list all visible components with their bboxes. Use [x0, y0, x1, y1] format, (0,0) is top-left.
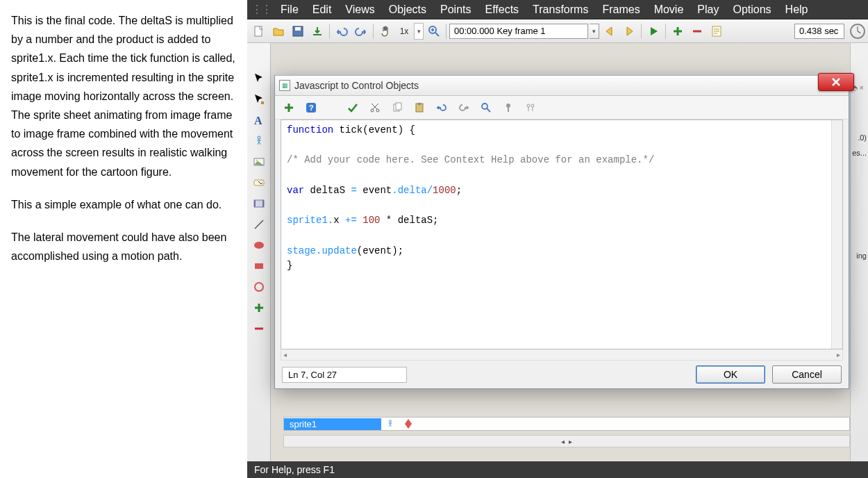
check-icon[interactable] — [346, 101, 360, 115]
cancel-button[interactable]: Cancel — [772, 365, 842, 384]
zoom-dropdown[interactable]: ▾ — [414, 23, 424, 40]
rect-tool-icon[interactable] — [251, 258, 267, 274]
undo-icon[interactable] — [333, 22, 351, 40]
menu-movie[interactable]: Movie — [647, 2, 691, 17]
frame-dropdown[interactable]: ▾ — [590, 24, 599, 39]
horizontal-scrollbar[interactable]: ◂▸ — [281, 349, 843, 361]
svg-point-29 — [531, 104, 534, 107]
code-editor[interactable]: function tick(event) { /* Add your code … — [281, 120, 843, 349]
menu-frames[interactable]: Frames — [595, 2, 646, 17]
separator — [373, 24, 374, 39]
svg-point-28 — [527, 104, 530, 107]
ellipse-tool-icon[interactable] — [251, 238, 267, 253]
status-bar: For Help, press F1 — [247, 461, 868, 478]
svg-rect-15 — [255, 263, 263, 269]
menu-bar: ⋮⋮ File Edit Views Objects Points Effect… — [247, 0, 868, 19]
menu-objects[interactable]: Objects — [382, 2, 433, 17]
svg-rect-11 — [254, 200, 264, 207]
copy-icon[interactable] — [390, 101, 404, 115]
dialog-title: Javascript to Control Objects — [294, 80, 419, 91]
svg-rect-23 — [396, 103, 401, 110]
help-icon[interactable]: ? — [304, 101, 318, 115]
circle-tool-icon[interactable] — [251, 279, 267, 295]
figure-tool-icon[interactable] — [251, 133, 267, 149]
goto-icon[interactable] — [524, 101, 537, 115]
separator — [665, 24, 666, 39]
dialog-titlebar[interactable]: ▦ Javascript to Control Objects — [275, 75, 849, 96]
prev-frame-icon[interactable] — [601, 22, 619, 40]
article-paragraph: This is the final code. The deltaS is mu… — [11, 11, 240, 181]
menu-options[interactable]: Options — [726, 2, 778, 17]
svg-point-20 — [371, 109, 374, 112]
add-tool-icon[interactable] — [251, 300, 267, 315]
redo-icon[interactable] — [352, 22, 370, 40]
timeline-row[interactable]: sprite1 — [283, 417, 850, 431]
zoom-in-icon[interactable] — [425, 22, 443, 40]
article-paragraph: This a simple example of what one can do… — [11, 195, 240, 214]
close-button[interactable] — [818, 73, 854, 91]
timeline-label[interactable]: sprite1 — [284, 418, 381, 430]
dialog-toolbar: ? — [275, 96, 849, 120]
figure-icon — [385, 419, 395, 429]
add-frame-icon[interactable] — [669, 22, 687, 40]
hand-tool-icon[interactable] — [376, 22, 394, 40]
vertical-scrollbar[interactable] — [831, 120, 842, 349]
ok-button[interactable]: OK — [696, 365, 765, 384]
clock-icon[interactable] — [850, 24, 865, 39]
svg-point-14 — [254, 242, 264, 249]
menu-transforms[interactable]: Transforms — [526, 2, 595, 17]
svg-rect-2 — [295, 27, 301, 31]
paste-icon[interactable] — [412, 101, 426, 115]
time-frame-field[interactable]: 00:00.000 Key frame 1 — [449, 24, 588, 39]
menu-play[interactable]: Play — [690, 2, 726, 17]
main-toolbar: 1x ▾ 00:00.000 Key frame 1 ▾ 0.438 sec — [247, 19, 868, 43]
javascript-dialog: ▦ Javascript to Control Objects ? functi… — [274, 75, 849, 389]
svg-point-21 — [376, 109, 379, 112]
notepad-icon[interactable] — [708, 22, 726, 40]
keyframe-marker-icon[interactable] — [405, 419, 412, 429]
menu-help[interactable]: Help — [778, 2, 815, 17]
select-point-tool-icon[interactable] — [251, 92, 267, 107]
open-file-icon[interactable] — [269, 22, 287, 40]
duration-field[interactable]: 0.438 sec — [794, 24, 844, 39]
new-file-icon[interactable] — [250, 22, 268, 40]
menu-views[interactable]: Views — [338, 2, 381, 17]
redo-icon[interactable] — [457, 101, 471, 115]
svg-rect-0 — [255, 26, 262, 36]
separator — [329, 24, 330, 39]
svg-rect-13 — [262, 200, 264, 207]
remove-frame-icon[interactable] — [688, 22, 706, 40]
image-tool-icon[interactable] — [251, 154, 267, 170]
svg-text:?: ? — [309, 104, 314, 112]
timeline-scrollbar[interactable]: ◂ ▸ — [283, 435, 850, 447]
menu-effects[interactable]: Effects — [478, 2, 526, 17]
play-icon[interactable] — [644, 22, 662, 40]
find-icon[interactable] — [479, 101, 493, 115]
bookmark-icon[interactable] — [501, 101, 515, 115]
article-paragraph: The lateral movement could have also bee… — [11, 228, 240, 265]
separator — [446, 24, 446, 39]
arrow-tool-icon[interactable] — [251, 71, 267, 86]
add-icon[interactable] — [282, 101, 296, 115]
menu-edit[interactable]: Edit — [306, 2, 339, 17]
scroll-left-icon[interactable]: ◂ — [559, 438, 567, 445]
next-frame-icon[interactable] — [620, 22, 638, 40]
export-icon[interactable] — [308, 22, 326, 40]
svg-rect-25 — [418, 103, 421, 105]
scroll-right-icon[interactable]: ▸ — [567, 438, 574, 445]
button-tool-icon[interactable] — [251, 175, 267, 190]
movie-tool-icon[interactable] — [251, 196, 267, 211]
save-icon[interactable] — [289, 22, 307, 40]
text-tool-icon[interactable]: A — [251, 113, 267, 128]
menu-points[interactable]: Points — [433, 2, 478, 17]
line-tool-icon[interactable] — [251, 217, 267, 232]
svg-point-17 — [389, 420, 391, 422]
menu-file[interactable]: File — [274, 2, 306, 17]
zoom-level: 1x — [396, 26, 412, 36]
svg-point-27 — [506, 104, 510, 108]
undo-icon[interactable] — [435, 101, 449, 115]
grip-icon: ⋮⋮ — [251, 3, 271, 16]
cut-icon[interactable] — [368, 101, 382, 115]
svg-rect-5 — [261, 101, 264, 104]
remove-tool-icon[interactable] — [251, 321, 267, 336]
